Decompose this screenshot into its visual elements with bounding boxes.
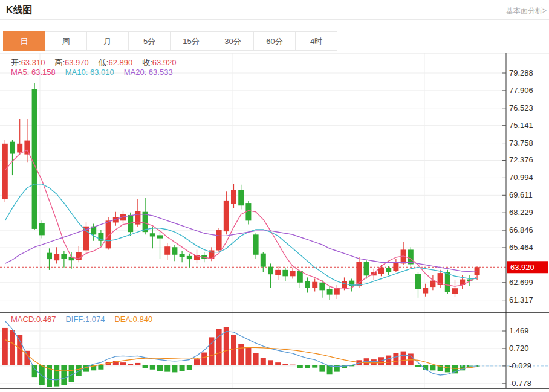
price-pane — [0, 83, 506, 300]
macd-bar — [128, 364, 133, 365]
candle-body — [445, 272, 450, 292]
macd-bar — [282, 364, 288, 365]
macd-bar — [172, 365, 177, 373]
price-axis-label: 76.523 — [509, 103, 533, 112]
macd-bar — [312, 365, 317, 368]
macd-bar — [393, 353, 398, 365]
macd-pane — [0, 321, 548, 387]
macd-bar — [305, 365, 310, 368]
macd-bar — [39, 365, 45, 385]
candle-body — [39, 223, 45, 236]
candle-body — [430, 281, 435, 287]
current-price-badge-label: 63.920 — [510, 263, 534, 272]
candle-body — [224, 201, 229, 231]
ohlc-label: 开: — [11, 58, 21, 67]
candle-body — [2, 144, 8, 199]
price-axis-label: 72.376 — [509, 155, 533, 164]
macd-bar — [180, 365, 185, 371]
macd-bar — [201, 353, 207, 365]
ohlc-pair: 低:62.890 — [99, 58, 132, 67]
candle-body — [47, 253, 52, 259]
macd-bar — [253, 353, 259, 365]
ohlc-label: 高: — [54, 58, 65, 67]
macd-axis-label: -0.778 — [509, 379, 531, 388]
ohlc-label: 低: — [99, 58, 109, 67]
candle-body — [61, 254, 67, 259]
candle-body — [305, 281, 310, 288]
ohlc-pair: 高:63.970 — [54, 58, 88, 67]
candle-body — [452, 288, 458, 294]
kline-panel: K线图 基本面分析> 日周月5分15分30分60分4时 79.28877.906… — [0, 0, 549, 392]
macd-axis-label: 0.720 — [509, 344, 529, 353]
price-axis-label: 62.699 — [509, 278, 533, 287]
macd-bar — [415, 365, 421, 367]
price-axis-label: 77.906 — [509, 86, 533, 95]
ma-value: MA10: 63.010 — [65, 68, 114, 77]
ohlc-value: 62.890 — [108, 58, 132, 67]
macd-bar — [371, 359, 377, 365]
candle-body — [238, 190, 244, 205]
macd-bar — [445, 365, 450, 373]
macd-bar — [261, 358, 266, 365]
candle-body — [17, 144, 22, 153]
macd-bar — [120, 362, 126, 365]
candle-body — [275, 270, 281, 275]
candle-body — [24, 141, 30, 155]
candle-body — [319, 283, 325, 291]
macd-readout: MACD:0.467DIFF:1.074DEA:0.840 — [11, 315, 162, 324]
candle-body — [54, 254, 59, 260]
macd-bar — [297, 365, 303, 368]
candle-body — [423, 288, 428, 293]
candle-body — [187, 256, 192, 259]
ohlc-pair: 开:63.310 — [11, 58, 45, 67]
macd-bar — [135, 363, 140, 365]
macd-bar — [238, 344, 244, 365]
candle-body — [164, 246, 170, 255]
macd-bar — [143, 365, 148, 368]
candle-body — [475, 267, 480, 275]
candle-body — [290, 271, 296, 276]
price-axis-label: 79.288 — [509, 68, 533, 77]
candle-body — [282, 270, 288, 276]
ohlc-value: 63.310 — [21, 58, 45, 67]
candle-body — [297, 271, 303, 283]
candle-body — [32, 89, 37, 229]
macd-bar — [164, 365, 170, 372]
macd-bar — [10, 330, 15, 365]
price-axis-label: 69.611 — [509, 190, 533, 199]
macd-axis-label: -0.029 — [509, 361, 531, 370]
ma-value: MA20: 63.533 — [124, 68, 173, 77]
candle-body — [268, 267, 273, 275]
macd-value: DIFF:1.074 — [65, 315, 105, 324]
macd-bar — [319, 365, 325, 372]
ohlc-value: 63.920 — [152, 58, 177, 67]
macd-bar — [275, 362, 281, 365]
candle-body — [327, 289, 333, 294]
price-axis-label: 75.141 — [509, 121, 533, 130]
candle-body — [261, 254, 266, 267]
ohlc-value: 63.970 — [65, 58, 89, 67]
macd-bar — [2, 328, 8, 365]
macd-bar — [61, 365, 67, 385]
ohlc-pair: 收:63.920 — [142, 58, 176, 67]
candle-body — [253, 234, 259, 254]
macd-value: MACD:0.467 — [11, 315, 56, 324]
macd-bar — [245, 348, 251, 365]
price-axis-label: 68.229 — [509, 208, 533, 217]
y-axis: 79.28877.90676.52375.14173.75872.37670.9… — [0, 53, 549, 388]
candle-body — [157, 235, 163, 238]
candle-body — [172, 247, 177, 255]
macd-value: DEA:0.840 — [114, 315, 152, 324]
candle-body — [10, 142, 15, 154]
macd-bar — [98, 365, 103, 370]
macd-bar — [54, 365, 59, 387]
candle-body — [180, 254, 185, 257]
candle-body — [393, 263, 398, 271]
price-axis-label: 61.317 — [509, 295, 533, 304]
candle-body — [415, 274, 421, 289]
macd-bar — [386, 356, 391, 365]
price-axis-label: 73.758 — [509, 138, 533, 147]
candle-body — [231, 190, 236, 204]
macd-bar — [290, 365, 296, 365]
ma-value: MA5: 63.158 — [11, 68, 56, 77]
